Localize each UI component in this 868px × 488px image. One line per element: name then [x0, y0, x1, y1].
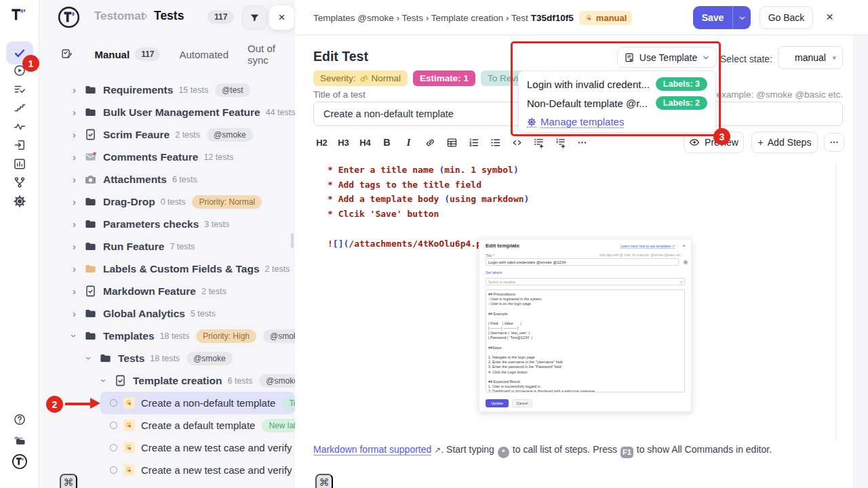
- test-status-circle-icon[interactable]: [110, 422, 117, 429]
- bulk-select-icon[interactable]: [60, 47, 73, 61]
- editor-command-palette-button[interactable]: ⌘: [315, 474, 333, 488]
- heading4-button[interactable]: H4: [357, 133, 374, 152]
- tree-folder-row[interactable]: ›Templates18 testsPriority: High@smoke: [39, 325, 295, 347]
- chevron-icon[interactable]: ›: [69, 218, 79, 230]
- meta-badge-text: Estimate: 1: [420, 73, 469, 83]
- markdown-editor[interactable]: * Enter a title name (min. 1 symbol)* Ad…: [328, 163, 529, 251]
- add-numbered-steps-button[interactable]: [552, 133, 569, 152]
- code-button[interactable]: [509, 133, 526, 152]
- tab-manual[interactable]: Manual117: [94, 47, 160, 61]
- tree-folder-row[interactable]: ›Global Analytics5 tests: [39, 302, 295, 325]
- chevron-icon[interactable]: ›: [69, 174, 79, 185]
- tree-item-label: Run Feature: [103, 241, 164, 253]
- heading3-button[interactable]: H3: [335, 133, 352, 152]
- go-back-button[interactable]: Go Back: [760, 6, 813, 29]
- chevron-icon[interactable]: ›: [69, 308, 79, 319]
- markdown-help-link[interactable]: Markdown format supported: [313, 444, 431, 455]
- breadcrumb-section[interactable]: Tests: [154, 9, 184, 23]
- test-status-circle-icon[interactable]: [110, 444, 117, 451]
- state-select[interactable]: manual ▾: [778, 46, 843, 69]
- bold-button[interactable]: B: [378, 133, 395, 152]
- template-menu-item[interactable]: Login with invalid credent...Labels: 3: [527, 75, 707, 94]
- test-status-circle-icon[interactable]: [110, 399, 117, 407]
- save-button[interactable]: Save: [693, 6, 732, 29]
- tab-automated[interactable]: Automated: [179, 49, 229, 60]
- tree-folder-row[interactable]: ›Tests18 tests@smoke: [39, 347, 295, 369]
- more-formatting-button[interactable]: [574, 133, 591, 152]
- chevron-icon[interactable]: ›: [69, 106, 79, 118]
- add-steps-button[interactable]: +Add Steps: [751, 131, 818, 153]
- tree-folder-row[interactable]: ›Comments Feature12 tests: [39, 146, 295, 168]
- manage-templates-link[interactable]: Manage templates: [527, 113, 707, 131]
- chevron-icon[interactable]: ›: [69, 285, 79, 297]
- sidebar-scrollbar[interactable]: [291, 233, 294, 248]
- template-menu-item[interactable]: Non-Default template @r...Labels: 2: [527, 94, 707, 113]
- tree-test-row[interactable]: Create a new test case and verify: [100, 436, 295, 459]
- tree-folder-row[interactable]: ›Bulk User Management Feature44 tests: [39, 101, 295, 123]
- chevron-icon[interactable]: ›: [98, 375, 110, 386]
- library-icon: [13, 434, 26, 447]
- save-split-button: Save: [693, 6, 751, 29]
- chevron-icon[interactable]: ›: [69, 263, 79, 274]
- italic-button[interactable]: I: [400, 133, 417, 152]
- sidebar-close-button[interactable]: ×: [269, 5, 294, 30]
- rail-chart-button[interactable]: [6, 155, 33, 174]
- editor-line: * Enter a title name (min. 1 symbol): [328, 163, 529, 178]
- filter-button[interactable]: [242, 5, 267, 30]
- folder-icon: [84, 329, 97, 342]
- editor-more-button[interactable]: [824, 133, 844, 152]
- tree-test-row[interactable]: Create a new test case and verify: [100, 459, 295, 481]
- tree-folder-row[interactable]: ›Attachments6 tests: [39, 168, 295, 190]
- editor-line: * Add a template body (using markdown): [328, 192, 529, 207]
- rail-branch-button[interactable]: [6, 173, 33, 192]
- link-button[interactable]: [422, 133, 439, 152]
- tree-item-count: 0 tests: [161, 197, 186, 207]
- chevron-icon[interactable]: ›: [69, 196, 79, 207]
- mini-learn-link: Learn more how to use templates ↗: [620, 244, 675, 249]
- table-button[interactable]: [443, 133, 460, 152]
- chevron-icon[interactable]: ›: [68, 331, 80, 341]
- tree-folder-row[interactable]: ›Requirements15 tests@test: [39, 79, 295, 101]
- breadcrumb-project[interactable]: Testomat: [94, 9, 144, 23]
- ordered-list-button[interactable]: [465, 133, 482, 152]
- manual-test-icon: [123, 397, 135, 409]
- rail-pulse-button[interactable]: [6, 117, 33, 136]
- list-check-icon: [13, 83, 26, 96]
- tab-out-of-sync[interactable]: Out of sync: [248, 43, 295, 66]
- tree-folder-row[interactable]: ›Markdown Feature2 tests: [39, 280, 295, 302]
- tree-test-row[interactable]: Create a non-default templateTo Review: [100, 392, 295, 414]
- chevron-icon[interactable]: ›: [69, 241, 79, 252]
- rail-gear-button[interactable]: [6, 192, 33, 211]
- rail-import-button[interactable]: [6, 136, 33, 155]
- editor-close-button[interactable]: ×: [826, 9, 833, 24]
- rail-list-check-button[interactable]: [6, 80, 33, 99]
- tree-item-badge: Priority: High: [196, 329, 256, 343]
- rail-help-button[interactable]: [6, 410, 33, 429]
- breadcrumb-path[interactable]: Templates @smoke › Tests › Template crea…: [313, 13, 528, 23]
- chevron-icon[interactable]: ›: [69, 151, 79, 163]
- tree-folder-row[interactable]: ›Scrim Feaure2 tests@smoke: [39, 123, 295, 146]
- tree-item-label: Tests: [118, 352, 144, 365]
- tree-folder-row[interactable]: ›Drag-Drop0 testsPriority: Normal: [39, 190, 295, 213]
- rail-logo-button[interactable]: [6, 452, 33, 471]
- rail-steps-button[interactable]: [6, 98, 33, 117]
- tree-folder-row[interactable]: ›Template creation6 tests@smoke: [39, 369, 295, 392]
- save-options-button[interactable]: [732, 6, 751, 29]
- chevron-icon[interactable]: ›: [69, 84, 79, 96]
- mini-gear-icon: [683, 260, 688, 265]
- test-status-circle-icon[interactable]: [110, 466, 117, 474]
- unordered-list-button[interactable]: [487, 133, 504, 152]
- chevron-icon[interactable]: ›: [83, 353, 95, 363]
- tree-folder-row[interactable]: ›Parameters checks3 tests: [39, 213, 295, 235]
- tree-test-row[interactable]: Create a default templateNew label: [100, 414, 295, 436]
- chevron-icon[interactable]: ›: [69, 129, 79, 140]
- rail-library-button[interactable]: [6, 431, 33, 450]
- tree-folder-row[interactable]: ›Labels & Custom Fields & Tags2 tests: [39, 258, 295, 280]
- heading2-button[interactable]: H2: [313, 133, 330, 152]
- tree-folder-row[interactable]: ›Run Feature7 tests: [39, 235, 295, 258]
- doc-icon: [114, 374, 127, 387]
- command-palette-button[interactable]: ⌘: [60, 474, 77, 488]
- tree-item-badge: @smoke: [259, 374, 295, 388]
- add-bullet-steps-button[interactable]: [530, 133, 547, 152]
- use-template-button[interactable]: Use Template: [617, 47, 717, 68]
